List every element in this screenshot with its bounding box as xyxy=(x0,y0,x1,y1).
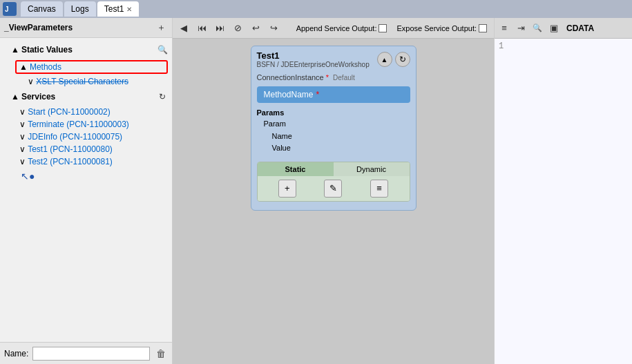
name-input[interactable] xyxy=(32,347,150,361)
param-label: Param xyxy=(264,118,410,131)
add-item-button[interactable]: ＋ xyxy=(154,21,168,35)
expose-label: Expose Service Output: xyxy=(396,24,477,32)
chevron-icon-test1: ∨ xyxy=(19,144,26,154)
terminate-service-item[interactable]: ∨ Terminate (PCN-11000003) xyxy=(0,118,172,131)
card-refresh-button[interactable]: ↻ xyxy=(395,52,410,67)
chevron-icon-jdeinfo: ∨ xyxy=(19,132,26,142)
center-toolbar: ◀ ⏮ ⏭ ⊘ ↩ ↪ Append Service Output: Expos… xyxy=(173,18,494,39)
expose-checkbox[interactable] xyxy=(479,24,487,32)
append-label: Append Service Output: xyxy=(296,24,377,32)
connection-label: ConnectionInstance * xyxy=(257,73,329,82)
center-panel: ◀ ⏮ ⏭ ⊘ ↩ ↪ Append Service Output: Expos… xyxy=(173,18,494,364)
nav-left-button[interactable]: ◀ xyxy=(177,21,191,35)
param-name-label: Name xyxy=(272,132,292,140)
xslt-special-item[interactable]: ∨ XSLT Special Characters xyxy=(0,75,172,88)
toggle-actions: + ✎ ≡ xyxy=(258,176,410,201)
cancel-button[interactable]: ⊘ xyxy=(231,21,245,35)
method-required-marker: * xyxy=(316,90,320,99)
svg-text:J: J xyxy=(5,6,9,13)
view-parameters-label: _ViewParameters xyxy=(4,23,73,32)
chevron-icon: ∨ xyxy=(28,77,34,86)
list-action-button[interactable]: ≡ xyxy=(370,180,388,198)
service-card-icons: ▲ ↻ xyxy=(377,52,410,67)
tree-area: ▲ Static Values 🔍 ▲ Methods ∨ XSLT Speci… xyxy=(0,38,172,342)
search-sidebar-button[interactable]: 🔍 xyxy=(155,43,169,57)
jdeinfo-service-item[interactable]: ∨ JDEInfo (PCN-11000075) xyxy=(0,131,172,143)
toggle-area: Static Dynamic + ✎ ≡ xyxy=(257,162,410,202)
step-forward-button[interactable]: ⏭ xyxy=(213,21,227,35)
chevron-icon-terminate: ∨ xyxy=(19,119,26,129)
chevron-down-icon-services: ▲ xyxy=(11,92,19,102)
start-service-item[interactable]: ∨ Start (PCN-11000002) xyxy=(0,106,172,118)
connection-required-marker: * xyxy=(326,73,329,82)
right-content: 1 xyxy=(495,39,632,364)
test1-service-item[interactable]: ∨ Test1 (PCN-11000080) xyxy=(0,143,172,155)
right-panel: ≡ ⇥ 🔍 ▣ CDATA 1 xyxy=(494,18,632,364)
tab-test1[interactable]: Test1 ✕ xyxy=(97,1,140,17)
cdata-label: CDATA xyxy=(566,23,594,33)
param-value-label: Value xyxy=(272,144,291,152)
tab-bar: J Canvas Logs Test1 ✕ xyxy=(0,0,632,18)
service-card-header: Test1 BSFN / JDEEnterpriseOneWorkshop ▲ … xyxy=(251,46,416,71)
toggle-tabs: Static Dynamic xyxy=(258,162,410,176)
params-section: Params Param Name Value xyxy=(251,106,416,157)
dynamic-tab[interactable]: Dynamic xyxy=(334,162,410,176)
lines-icon-button[interactable]: ≡ xyxy=(497,21,511,35)
tab-logs[interactable]: Logs xyxy=(64,1,96,17)
right-toolbar: ≡ ⇥ 🔍 ▣ CDATA xyxy=(495,18,632,39)
append-checkbox[interactable] xyxy=(379,24,387,32)
chevron-icon-start: ∨ xyxy=(19,107,26,117)
refresh-services-button[interactable]: ↻ xyxy=(155,90,169,104)
connection-instance-row: ConnectionInstance * Default xyxy=(251,71,416,84)
service-card: Test1 BSFN / JDEEnterpriseOneWorkshop ▲ … xyxy=(251,46,416,211)
delete-name-button[interactable]: 🗑 xyxy=(154,347,168,361)
name-row: Name xyxy=(264,131,410,143)
cursor-icon: ↖● xyxy=(21,171,35,182)
test2-service-item[interactable]: ∨ Test2 (PCN-11000081) xyxy=(0,155,172,168)
chevron-down-icon: ▲ xyxy=(11,45,19,55)
service-card-subtitle: BSFN / JDEEnterpriseOneWorkshop xyxy=(257,61,370,68)
sidebar-toolbar: _ViewParameters ＋ xyxy=(0,18,172,38)
services-section[interactable]: ▲ Services ↻ xyxy=(0,88,172,106)
methods-highlight-box: ▲ Methods xyxy=(15,60,168,74)
center-content: Test1 BSFN / JDEEnterpriseOneWorkshop ▲ … xyxy=(173,39,494,364)
methods-item[interactable]: ▲ Methods xyxy=(14,60,169,74)
static-values-section[interactable]: ▲ Static Values 🔍 xyxy=(0,41,172,59)
method-name-label: MethodName xyxy=(264,90,314,99)
expose-service-output[interactable]: Expose Service Output: xyxy=(394,23,490,34)
connection-default: Default xyxy=(333,74,355,82)
redo-button[interactable]: ↪ xyxy=(267,21,280,35)
app-logo: J xyxy=(3,2,17,16)
params-label: Params xyxy=(257,108,410,117)
block-icon-button[interactable]: ▣ xyxy=(547,21,561,35)
indent-icon-button[interactable]: ⇥ xyxy=(514,21,528,35)
sidebar: _ViewParameters ＋ ▲ Static Values 🔍 ▲ Me… xyxy=(0,18,173,364)
sidebar-bottom: Name: 🗑 xyxy=(0,342,172,364)
cursor-area: ↖● xyxy=(0,168,172,184)
value-row: Value xyxy=(264,142,410,155)
undo-button[interactable]: ↩ xyxy=(249,21,262,35)
name-label: Name: xyxy=(4,349,28,358)
static-tab[interactable]: Static xyxy=(258,162,334,176)
tab-canvas[interactable]: Canvas xyxy=(21,1,63,17)
param-group: Param Name Value xyxy=(257,118,410,155)
method-name-bar[interactable]: MethodName * xyxy=(257,86,410,103)
step-back-button[interactable]: ⏮ xyxy=(195,21,209,35)
search-icon-button[interactable]: 🔍 xyxy=(530,21,544,35)
append-service-output[interactable]: Append Service Output: xyxy=(294,23,390,34)
edit-action-button[interactable]: ✎ xyxy=(324,180,342,198)
add-action-button[interactable]: + xyxy=(278,180,296,198)
line-number-1: 1 xyxy=(499,41,504,51)
service-card-title: Test1 xyxy=(257,50,370,61)
chevron-up-icon: ▲ xyxy=(19,62,28,72)
chevron-icon-test2: ∨ xyxy=(19,157,26,166)
main-layout: _ViewParameters ＋ ▲ Static Values 🔍 ▲ Me… xyxy=(0,18,632,364)
tab-close-icon[interactable]: ✕ xyxy=(126,6,132,13)
card-up-button[interactable]: ▲ xyxy=(377,52,392,67)
